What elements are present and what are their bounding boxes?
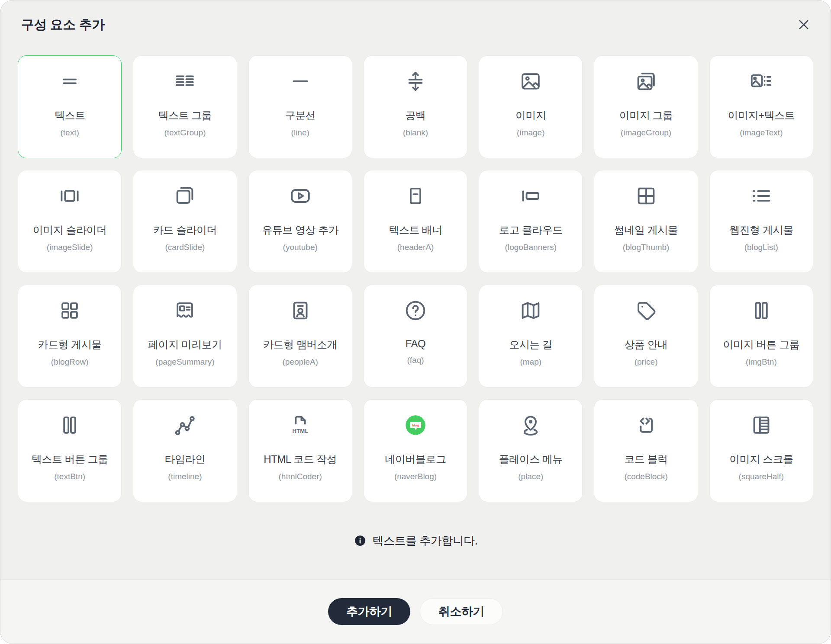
bullet-list-icon xyxy=(749,183,774,208)
component-code: (blogThumb) xyxy=(623,243,670,252)
component-label: 이미지 슬라이더 xyxy=(33,223,107,237)
svg-text:HTML: HTML xyxy=(292,428,308,434)
component-card-naverBlog[interactable]: blog 네이버블로그 (naverBlog) xyxy=(364,399,467,502)
component-label: 텍스트 버튼 그룹 xyxy=(32,452,108,466)
text-banner-icon xyxy=(403,183,428,208)
component-card-peopleA[interactable]: 카드형 맴버소개 (peopleA) xyxy=(248,285,352,388)
component-card-textBtn[interactable]: 텍스트 버튼 그룹 (textBtn) xyxy=(18,399,122,502)
info-message: 텍스트를 추가합니다. xyxy=(373,533,478,548)
component-card-textGroup[interactable]: 텍스트 그룹 (textGroup) xyxy=(133,55,237,158)
component-card-squareHalf[interactable]: 이미지 스크롤 (squareHalf) xyxy=(709,399,813,502)
component-card-htmlCoder[interactable]: HTML HTML 코드 작성 (htmlCoder) xyxy=(248,399,352,502)
component-code: (htmlCoder) xyxy=(279,472,322,481)
component-card-logoBanners[interactable]: 로고 클라우드 (logoBanners) xyxy=(479,170,583,273)
component-label: 카드형 게시물 xyxy=(38,338,102,352)
member-card-icon xyxy=(288,298,313,323)
component-label: 페이지 미리보기 xyxy=(148,338,222,352)
cancel-button[interactable]: 취소하기 xyxy=(420,598,503,625)
component-label: 이미지 스크롤 xyxy=(729,452,793,466)
component-label: 타임라인 xyxy=(164,452,205,466)
info-row: 텍스트를 추가합니다. xyxy=(0,502,831,579)
component-card-imageGroup[interactable]: 이미지 그룹 (imageGroup) xyxy=(594,55,698,158)
component-label: 공백 xyxy=(405,109,425,122)
component-label: 텍스트 그룹 xyxy=(158,109,212,122)
component-code: (imageText) xyxy=(740,128,783,138)
component-code: (image) xyxy=(517,128,544,138)
component-label: 텍스트 xyxy=(55,109,85,122)
text-button-group-icon xyxy=(57,413,82,438)
add-component-dialog: 구성 요소 추가 텍스트 (text) 텍스트 그룹 (textGroup) 구… xyxy=(0,0,831,644)
component-grid: 텍스트 (text) 텍스트 그룹 (textGroup) 구분선 (line)… xyxy=(0,55,831,502)
component-card-pageSummary[interactable]: 페이지 미리보기 (pageSummary) xyxy=(133,285,237,388)
component-card-timeline[interactable]: 타임라인 (timeline) xyxy=(133,399,237,502)
component-code: (faq) xyxy=(407,356,424,365)
dialog-footer: 추가하기 취소하기 xyxy=(0,579,831,644)
component-card-map[interactable]: 오시는 길 (map) xyxy=(479,285,583,388)
component-code: (imgBtn) xyxy=(746,357,777,367)
component-label: 이미지+텍스트 xyxy=(728,109,795,122)
component-code: (timeline) xyxy=(168,472,202,481)
dialog-header: 구성 요소 추가 xyxy=(0,0,831,34)
component-code: (textBtn) xyxy=(54,472,85,481)
svg-text:blog: blog xyxy=(412,423,419,427)
component-code: (pageSummary) xyxy=(155,357,214,367)
component-code: (price) xyxy=(635,357,658,367)
component-code: (squareHalf) xyxy=(739,472,784,481)
image-text-icon xyxy=(749,69,774,94)
component-code: (codeBlock) xyxy=(624,472,667,481)
component-card-image[interactable]: 이미지 (image) xyxy=(479,55,583,158)
component-label: 상품 안내 xyxy=(624,338,667,352)
text-lines-icon xyxy=(57,69,82,94)
card-slider-icon xyxy=(172,183,197,208)
component-card-codeBlock[interactable]: 코드 블럭 (codeBlock) xyxy=(594,399,698,502)
youtube-play-icon xyxy=(288,183,313,208)
component-card-blogRow[interactable]: 카드형 게시물 (blogRow) xyxy=(18,285,122,388)
confirm-button[interactable]: 추가하기 xyxy=(328,598,410,625)
component-label: 이미지 xyxy=(515,109,546,122)
component-label: 카드형 맴버소개 xyxy=(263,338,337,352)
html-file-icon: HTML xyxy=(288,413,313,438)
info-icon xyxy=(354,534,367,547)
component-code: (blank) xyxy=(403,128,428,138)
dialog-title: 구성 요소 추가 xyxy=(21,17,105,32)
image-slider-icon xyxy=(57,183,82,208)
component-card-place[interactable]: 플레이스 메뉴 (place) xyxy=(479,399,583,502)
component-code: (map) xyxy=(520,357,541,367)
component-label: 구분선 xyxy=(285,109,316,122)
naver-blog-icon: blog xyxy=(403,413,428,438)
close-button[interactable] xyxy=(794,15,813,34)
component-code: (imageSlide) xyxy=(47,243,93,252)
component-card-imageText[interactable]: 이미지+텍스트 (imageText) xyxy=(709,55,813,158)
component-card-youtube[interactable]: 유튜브 영상 추가 (youtube) xyxy=(248,170,352,273)
component-code: (imageGroup) xyxy=(621,128,671,138)
component-code: (naverBlog) xyxy=(394,472,437,481)
component-card-price[interactable]: 상품 안내 (price) xyxy=(594,285,698,388)
component-card-imageSlide[interactable]: 이미지 슬라이더 (imageSlide) xyxy=(18,170,122,273)
component-card-blogThumb[interactable]: 썸네일 게시물 (blogThumb) xyxy=(594,170,698,273)
vertical-space-icon xyxy=(403,69,428,94)
component-label: 네이버블로그 xyxy=(385,452,446,466)
map-icon xyxy=(518,298,543,323)
component-card-faq[interactable]: FAQ (faq) xyxy=(364,285,467,388)
component-label: 코드 블럭 xyxy=(624,452,667,466)
component-code: (youtube) xyxy=(283,243,318,252)
component-code: (line) xyxy=(291,128,309,138)
question-circle-icon xyxy=(403,298,428,323)
close-icon xyxy=(796,17,811,32)
component-card-imgBtn[interactable]: 이미지 버튼 그룹 (imgBtn) xyxy=(709,285,813,388)
component-card-text[interactable]: 텍스트 (text) xyxy=(18,55,122,158)
component-card-line[interactable]: 구분선 (line) xyxy=(248,55,352,158)
component-code: (textGroup) xyxy=(164,128,206,138)
component-card-cardSlide[interactable]: 카드 슬라이더 (cardSlide) xyxy=(133,170,237,273)
component-label: 플레이스 메뉴 xyxy=(499,452,563,466)
component-code: (blogList) xyxy=(744,243,778,252)
component-card-blank[interactable]: 공백 (blank) xyxy=(364,55,467,158)
component-label: 유튜브 영상 추가 xyxy=(262,223,338,237)
component-label: 로고 클라우드 xyxy=(499,223,563,237)
component-card-headerA[interactable]: 텍스트 배너 (headerA) xyxy=(364,170,467,273)
component-card-blogList[interactable]: 웹진형 게시물 (blogList) xyxy=(709,170,813,273)
component-label: 오시는 길 xyxy=(509,338,552,352)
component-code: (logoBanners) xyxy=(505,243,557,252)
image-scroll-icon xyxy=(749,413,774,438)
component-code: (cardSlide) xyxy=(165,243,205,252)
